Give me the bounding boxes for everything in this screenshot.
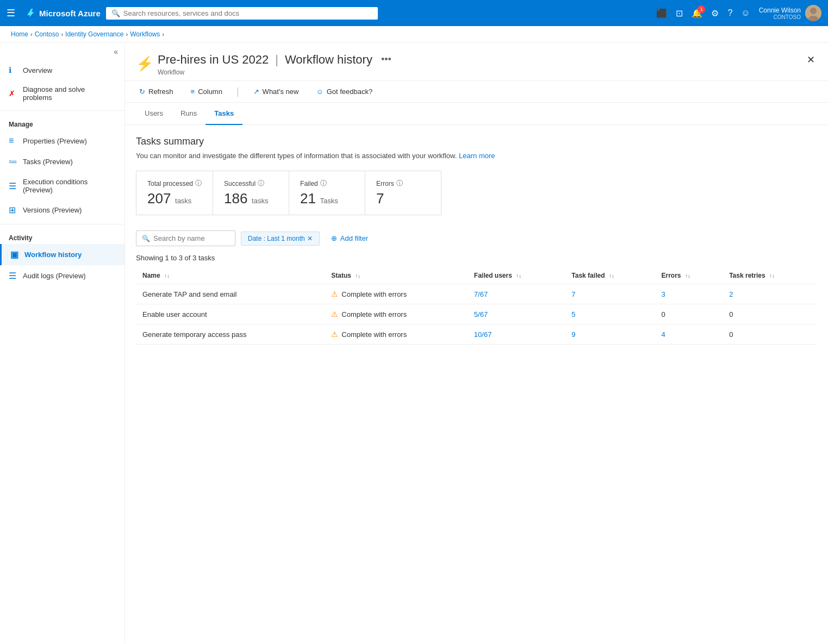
whats-new-button[interactable]: ↗ What's new [250, 85, 302, 98]
showing-label: Showing 1 to 3 of 3 tasks [136, 254, 817, 262]
date-filter-label: Date : Last 1 month [248, 235, 305, 242]
tasks-table: Name ↑↓ Status ↑↓ Failed users ↑↓ Task [136, 267, 817, 345]
svg-point-1 [810, 8, 817, 14]
cell-errors-2: 4 [655, 324, 723, 345]
sidebar-label-workflow-history: Workflow history [24, 251, 82, 259]
col-task-retries[interactable]: Task retries ↑↓ [723, 267, 817, 284]
notification-badge: 1 [698, 5, 705, 13]
avatar[interactable] [805, 5, 821, 21]
portal-menu-icon[interactable]: ⊡ [676, 8, 683, 18]
col-errors[interactable]: Errors ↑↓ [655, 267, 723, 284]
sidebar-item-execution[interactable]: ☰ Execution conditions (Preview) [0, 172, 124, 199]
sort-icon-task-failed: ↑↓ [609, 273, 614, 279]
task-failed-link-2[interactable]: 9 [571, 330, 575, 339]
cloud-shell-icon[interactable]: ⬛ [656, 8, 667, 18]
breadcrumb-identity-governance[interactable]: Identity Governance [65, 30, 123, 38]
stats-row: Total processed ⓘ 207 tasks Successful ⓘ… [136, 171, 817, 215]
settings-icon[interactable]: ⚙ [711, 8, 719, 18]
col-failed-users[interactable]: Failed users ↑↓ [468, 267, 565, 284]
sort-icon-errors: ↑↓ [685, 273, 690, 279]
tab-bar: Users Runs Tasks [125, 103, 828, 125]
stat-successful: Successful ⓘ 186 tasks [213, 171, 289, 215]
column-button[interactable]: ≡ Column [188, 85, 226, 98]
task-retries-link-0[interactable]: 2 [729, 290, 733, 298]
stat-total-label: Total processed ⓘ [147, 179, 202, 188]
section-desc: You can monitor and investigate the diff… [136, 152, 817, 160]
global-search[interactable]: 🔍 [106, 7, 378, 20]
breadcrumb-workflows[interactable]: Workflows [130, 30, 160, 38]
refresh-label: Refresh [148, 87, 173, 96]
task-failed-link-1[interactable]: 5 [571, 310, 575, 318]
versions-icon: ⊞ [9, 205, 17, 215]
sidebar-item-versions[interactable]: ⊞ Versions (Preview) [0, 199, 124, 221]
task-failed-link-0[interactable]: 7 [571, 290, 575, 298]
user-info[interactable]: Connie Wilson CONTOSO [759, 5, 821, 21]
sort-icon-status: ↑↓ [355, 273, 360, 279]
search-icon: 🔍 [111, 9, 120, 17]
errors-info-icon[interactable]: ⓘ [396, 179, 403, 188]
history-title: Workflow history [285, 53, 372, 67]
user-org: CONTOSO [759, 14, 801, 20]
collapse-btn[interactable]: « [114, 47, 118, 56]
refresh-button[interactable]: ↻ Refresh [136, 85, 177, 98]
tab-users[interactable]: Users [136, 103, 172, 125]
feedback-icon[interactable]: ☺ [741, 8, 750, 18]
cell-failed-users-2: 10/67 [468, 324, 565, 345]
failed-info-icon[interactable]: ⓘ [320, 179, 327, 188]
cell-task-retries-1: 0 [723, 304, 817, 324]
sidebar-item-diagnose[interactable]: ✗ Diagnose and solve problems [0, 80, 124, 107]
help-icon[interactable]: ? [727, 8, 732, 18]
cell-errors-1: 0 [655, 304, 723, 324]
whats-new-label: What's new [263, 87, 299, 96]
sidebar-item-overview[interactable]: ℹ Overview [0, 60, 124, 80]
total-info-icon[interactable]: ⓘ [195, 179, 202, 188]
col-name[interactable]: Name ↑↓ [136, 267, 325, 284]
sidebar-label-diagnose: Diagnose and solve problems [23, 85, 116, 102]
sidebar-item-workflow-history[interactable]: ▣ Workflow history [0, 244, 124, 265]
more-button[interactable]: ••• [379, 52, 394, 67]
errors-link-0[interactable]: 3 [661, 290, 665, 298]
refresh-icon: ↻ [139, 87, 145, 96]
errors-value-1: 0 [661, 310, 665, 318]
warning-icon-0: ⚠ [331, 290, 338, 298]
search-input[interactable] [123, 9, 372, 17]
main-layout: « ℹ Overview ✗ Diagnose and solve proble… [0, 43, 828, 643]
breadcrumb: Home › Contoso › Identity Governance › W… [0, 26, 828, 43]
learn-more-link[interactable]: Learn more [459, 152, 495, 160]
sidebar-label-execution: Execution conditions (Preview) [23, 178, 116, 194]
breadcrumb-contoso[interactable]: Contoso [35, 30, 59, 38]
workflow-icon: ⚡ [136, 55, 153, 72]
name-search-input[interactable] [153, 234, 229, 242]
stat-errors-label: Errors ⓘ [376, 179, 430, 188]
col-status[interactable]: Status ↑↓ [325, 267, 468, 284]
search-icon: 🔍 [142, 235, 150, 242]
stat-total-value: 207 tasks [147, 190, 202, 207]
successful-info-icon[interactable]: ⓘ [258, 179, 264, 188]
page-header: ⚡ Pre-hires in US 2022 | Workflow histor… [125, 43, 828, 81]
breadcrumb-home[interactable]: Home [11, 30, 28, 38]
notifications-icon[interactable]: 🔔 1 [692, 8, 702, 18]
failed-users-link-2[interactable]: 10/67 [474, 330, 492, 339]
search-input-container[interactable]: 🔍 [136, 230, 235, 246]
feedback-button[interactable]: ☺ Got feedback? [313, 85, 376, 98]
close-button[interactable]: ✕ [805, 52, 817, 68]
table-row: Generate TAP and send email ⚠ Complete w… [136, 284, 817, 304]
sort-icon-failed-users: ↑↓ [516, 273, 521, 279]
properties-icon: ≡ [9, 136, 17, 146]
sidebar-item-audit-logs[interactable]: ☰ Audit logs (Preview) [0, 265, 124, 286]
tab-runs[interactable]: Runs [172, 103, 206, 125]
hamburger-icon[interactable]: ☰ [7, 7, 15, 19]
date-filter-close[interactable]: ✕ [307, 235, 313, 242]
col-task-failed[interactable]: Task failed ↑↓ [565, 267, 655, 284]
errors-link-2[interactable]: 4 [661, 330, 665, 339]
sidebar-item-tasks[interactable]: ≔ Tasks (Preview) [0, 151, 124, 172]
audit-logs-icon: ☰ [9, 271, 17, 281]
failed-users-link-1[interactable]: 5/67 [474, 310, 488, 318]
sidebar-item-properties[interactable]: ≡ Properties (Preview) [0, 130, 124, 151]
tab-tasks[interactable]: Tasks [206, 103, 242, 125]
date-filter-badge[interactable]: Date : Last 1 month ✕ [241, 232, 320, 246]
add-filter-icon: ⊕ [331, 234, 337, 242]
column-label: Column [198, 87, 222, 96]
add-filter-button[interactable]: ⊕ Add filter [325, 231, 374, 246]
failed-users-link-0[interactable]: 7/67 [474, 290, 488, 298]
